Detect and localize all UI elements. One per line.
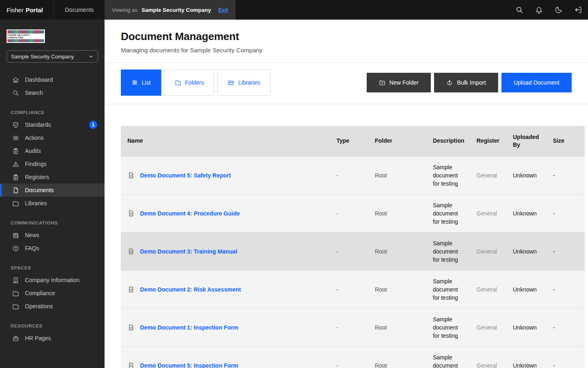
cell-description: Sample document for testing: [426, 308, 470, 346]
sidebar-heading-spaces: SPACES: [11, 265, 105, 270]
topnav-documents[interactable]: Documents: [54, 0, 105, 20]
cell-uploaded-by: Unknown: [506, 232, 546, 270]
toolbar-actions: New Folder Bulk Import Upload Document: [367, 73, 572, 92]
cell-register: General: [470, 194, 506, 232]
folder-icon: [12, 303, 19, 310]
cell-description: Sample document for testing: [426, 156, 470, 194]
upload-document-button[interactable]: Upload Document: [501, 73, 572, 92]
bulk-import-button[interactable]: Bulk Import: [434, 73, 498, 92]
sidebar-item-compliance-space[interactable]: Compliance: [0, 287, 105, 300]
document-link[interactable]: Demo Document 2: Risk Assessment: [140, 285, 241, 294]
brand-second: Portal: [26, 7, 43, 13]
document-link[interactable]: Demo Document 5: Inspection Form: [140, 361, 238, 368]
topbar: Fisher Portal Documents Viewing as Sampl…: [0, 0, 588, 20]
exit-viewing-link[interactable]: Exit: [218, 7, 228, 13]
sidebar-item-findings[interactable]: Findings: [0, 157, 105, 171]
sidebar-item-hr-pages[interactable]: HR Pages: [0, 332, 105, 345]
cell-register: General: [470, 346, 506, 368]
sidebar-item-audits[interactable]: Audits: [0, 144, 105, 157]
building-icon: [12, 277, 19, 284]
document-link[interactable]: Demo Document 4: Procedure Guide: [140, 209, 240, 218]
column-header-size: Size: [546, 126, 585, 156]
new-folder-button[interactable]: New Folder: [367, 73, 431, 92]
column-header-name: Name: [121, 126, 330, 156]
cell-type: -: [330, 232, 368, 270]
document-link[interactable]: Demo Document 5: Safety Report: [140, 171, 231, 180]
rows-icon: [12, 135, 19, 141]
document-link[interactable]: Demo Document 3: Training Manual: [140, 247, 237, 256]
briefcase-icon: [12, 335, 19, 342]
bell-icon[interactable]: [529, 0, 549, 20]
brand-logo[interactable]: Fisher Portal: [0, 0, 54, 20]
table-row[interactable]: Demo Document 2: Risk Assessment - Root …: [121, 270, 585, 308]
cell-register: General: [470, 232, 506, 270]
dark-mode-moon-icon[interactable]: [549, 0, 568, 20]
table-row[interactable]: Demo Document 5: Safety Report - Root Sa…: [121, 156, 585, 194]
company-logo: FISHER SECURITY CONSULTING: [7, 29, 45, 43]
cell-folder: Root: [368, 194, 426, 232]
logout-icon[interactable]: [568, 0, 588, 20]
sidebar-heading-resources: RESOURCES: [11, 323, 105, 328]
company-selector[interactable]: Sample Security Company: [7, 50, 98, 63]
sidebar-item-libraries[interactable]: Libraries: [0, 197, 105, 210]
table-row[interactable]: Demo Document 3: Training Manual - Root …: [121, 232, 585, 270]
cell-uploaded-by: Unknown: [506, 308, 546, 346]
folder-icon: [175, 79, 181, 86]
page-header: Document Management Managing documents f…: [105, 20, 588, 63]
cell-folder: Root: [368, 156, 426, 194]
cell-uploaded-by: Unknown: [506, 194, 546, 232]
sidebar-item-actions[interactable]: Actions: [0, 131, 105, 144]
sidebar-heading-communications: COMMUNICATIONS: [11, 220, 105, 225]
upload-icon: [446, 79, 453, 86]
sidebar-item-dashboard[interactable]: Dashboard: [0, 73, 105, 86]
viewing-as-label: Viewing as: [112, 7, 138, 13]
sidebar-item-news[interactable]: News: [0, 229, 105, 242]
search-icon[interactable]: [510, 0, 529, 20]
brand-first: Fisher: [7, 7, 24, 13]
file-icon: [127, 210, 135, 217]
file-icon: [127, 172, 135, 179]
table-row[interactable]: Demo Document 4: Procedure Guide - Root …: [121, 194, 585, 232]
sidebar-nav: Dashboard Search COMPLIANCE Standards 1 …: [0, 68, 105, 345]
sidebar-item-faqs[interactable]: FAQs: [0, 242, 105, 255]
column-header-register: Register: [470, 126, 506, 156]
table-header: Name Type Folder Description Register Up…: [121, 126, 585, 156]
file-icon: [127, 286, 135, 293]
cell-register: General: [470, 156, 506, 194]
column-header-description: Description: [426, 126, 470, 156]
column-header-folder: Folder: [368, 126, 426, 156]
column-header-uploaded-by: Uploaded By: [506, 126, 546, 156]
table-row[interactable]: Demo Document 5: Inspection Form - Root …: [121, 346, 585, 368]
help-circle-icon: [12, 245, 19, 252]
page-title: Document Management: [121, 30, 572, 43]
document-icon: [12, 187, 19, 194]
tab-folders[interactable]: Folders: [164, 70, 215, 96]
toolbar: List Folders Libraries New Folder Bulk I…: [105, 63, 588, 104]
sidebar-item-documents[interactable]: Documents: [0, 184, 105, 197]
viewing-as-banner: Viewing as Sample Security Company Exit: [105, 0, 236, 20]
warning-triangle-icon: [12, 161, 19, 168]
cell-uploaded-by: Unknown: [506, 346, 546, 368]
sidebar-item-company-information[interactable]: Company Information: [0, 274, 105, 287]
table-row[interactable]: Demo Document 1: Inspection Form - Root …: [121, 308, 585, 346]
sidebar-item-standards[interactable]: Standards 1: [0, 118, 105, 131]
tab-libraries[interactable]: Libraries: [217, 70, 271, 96]
file-icon: [127, 248, 135, 255]
standards-count-badge: 1: [89, 121, 97, 129]
list-icon: [131, 79, 138, 86]
clipboard-task-icon: [12, 148, 19, 155]
sidebar: FISHER SECURITY CONSULTING Sample Securi…: [0, 20, 105, 368]
sidebar-item-operations[interactable]: Operations: [0, 300, 105, 313]
folder-open-icon: [228, 79, 234, 86]
cell-type: -: [330, 156, 368, 194]
cell-description: Sample document for testing: [426, 232, 470, 270]
document-link[interactable]: Demo Document 1: Inspection Form: [140, 323, 238, 332]
sidebar-item-search[interactable]: Search: [0, 86, 105, 99]
cell-folder: Root: [368, 232, 426, 270]
cell-uploaded-by: Unknown: [506, 270, 546, 308]
tab-list[interactable]: List: [121, 70, 161, 96]
page-subtitle: Managing documents for Sample Security C…: [121, 47, 572, 54]
sidebar-item-registers[interactable]: Registers: [0, 171, 105, 184]
cell-size: -: [546, 346, 585, 368]
cell-size: -: [546, 232, 585, 270]
